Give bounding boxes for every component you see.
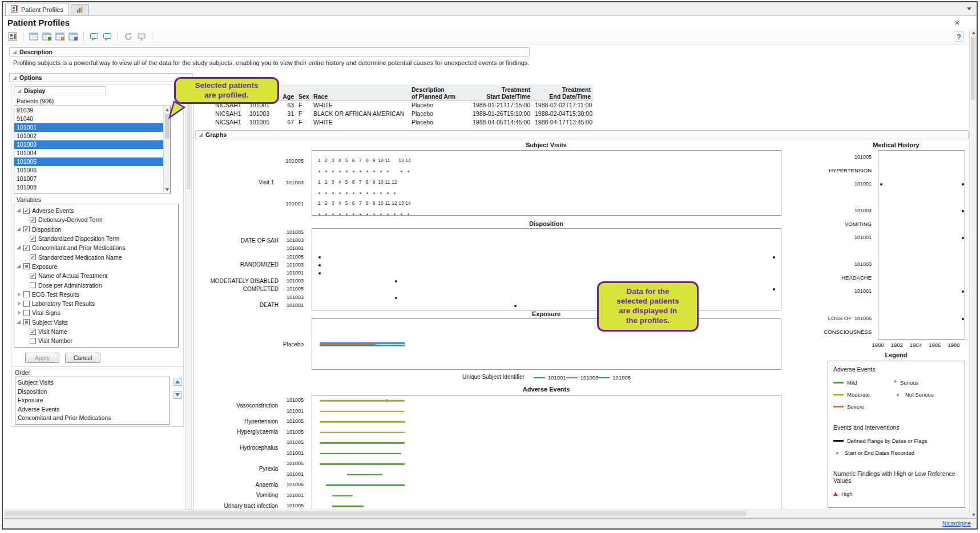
tree-expander-icon[interactable] [16, 320, 23, 325]
checkbox[interactable] [30, 338, 36, 344]
medical-history-plot[interactable] [878, 150, 965, 340]
patients-listbox[interactable]: 9103991040101001101002101003101004101005… [14, 106, 171, 193]
tree-expander-icon[interactable] [16, 310, 23, 316]
script-bubble-icon[interactable] [89, 32, 99, 42]
patient-list-item[interactable]: 101008 [14, 183, 163, 192]
variable-row[interactable]: ✓Concomitant and Prior Medications [14, 243, 178, 252]
tab-overflow-button[interactable] [965, 5, 973, 13]
data-table-icon[interactable] [68, 32, 78, 42]
checkbox[interactable] [23, 319, 30, 325]
variable-row[interactable]: ✓Disposition [14, 225, 178, 234]
order-list-item[interactable]: Concomitant and Prior Medications [15, 414, 170, 423]
scroll-up-icon[interactable] [970, 29, 977, 36]
checkbox[interactable] [23, 291, 30, 297]
profile-report-icon[interactable] [7, 32, 18, 42]
table-row[interactable]: NICSAH110100567FWHITEPlacebo1988-04-05T1… [213, 118, 593, 127]
log-bubble-icon[interactable] [102, 32, 112, 42]
scroll-down-icon[interactable] [970, 511, 977, 518]
checkbox[interactable] [23, 263, 30, 269]
presentation-icon[interactable] [136, 32, 147, 42]
column-header[interactable]: Age [279, 92, 296, 100]
tree-expander-icon[interactable] [16, 264, 23, 269]
checkbox[interactable]: ✓ [23, 245, 30, 251]
checkbox[interactable]: ✓ [30, 236, 36, 242]
table-row[interactable]: NICSAH110100331FBLACK OR AFRICAN AMERICA… [213, 110, 593, 118]
tree-expander-icon[interactable] [16, 292, 23, 297]
variable-row[interactable]: ✓Standardized Disposition Term [14, 234, 178, 243]
patient-list-item[interactable]: 91039 [14, 106, 163, 115]
horizontal-scrollbar[interactable] [3, 510, 969, 518]
description-section-header[interactable]: Description [9, 47, 530, 56]
checkbox[interactable] [23, 301, 30, 307]
vertical-scrollbar[interactable] [969, 29, 977, 518]
patient-list-item[interactable]: 101007 [14, 175, 163, 183]
order-list-item[interactable]: Adverse Events [15, 405, 170, 414]
tab-patient-profiles[interactable]: Patient Profiles [5, 3, 69, 15]
graphs-section-header[interactable]: Graphs [195, 130, 969, 139]
data-table-icon[interactable] [55, 32, 65, 42]
rerun-icon[interactable] [123, 32, 134, 42]
close-icon[interactable]: × [955, 18, 959, 27]
variable-row[interactable]: ✓Dictionary-Derived Term [14, 215, 178, 224]
variable-row[interactable]: ECG Test Results [14, 290, 178, 299]
options-section-header[interactable]: Options [9, 73, 193, 82]
help-button[interactable]: ? [954, 31, 964, 42]
order-list-item[interactable]: Disposition [15, 387, 170, 397]
scroll-down-icon[interactable] [164, 186, 170, 193]
cancel-button[interactable]: Cancel [65, 353, 100, 363]
patient-list-item[interactable]: 101003 [14, 140, 163, 149]
scrollbar-thumb[interactable] [5, 511, 747, 516]
move-down-button[interactable] [174, 391, 182, 399]
apply-button[interactable]: Apply [25, 353, 59, 363]
variable-row[interactable]: Dose per Administration [14, 280, 178, 289]
variable-row[interactable]: Vital Signs [14, 308, 178, 317]
tree-expander-icon[interactable] [16, 227, 23, 232]
column-header[interactable]: Treatment Start Date/Time [469, 86, 533, 100]
checkbox[interactable]: ✓ [30, 217, 36, 223]
disposition-plot[interactable] [312, 228, 781, 310]
patient-list-item[interactable]: 91040 [14, 115, 163, 123]
variable-row[interactable]: ✓Standardized Medication Name [14, 252, 178, 261]
checkbox[interactable]: ✓ [30, 329, 36, 335]
dataset-link[interactable]: Nicardipine [942, 520, 971, 527]
order-list-item[interactable]: Subject Visits [15, 378, 170, 387]
data-table-icon[interactable] [29, 32, 39, 42]
scrollbar-thumb[interactable] [187, 92, 191, 189]
patient-list-item[interactable]: 101004 [14, 149, 163, 158]
tree-expander-icon[interactable] [16, 245, 23, 251]
column-header[interactable]: Sex [296, 92, 311, 100]
column-header[interactable]: Treatment End Date/Time [533, 86, 593, 100]
variable-row[interactable]: Subject Visits [14, 318, 178, 327]
checkbox[interactable]: ✓ [30, 254, 36, 260]
order-list-item[interactable]: Exposure [15, 396, 170, 405]
subject-visits-plot[interactable]: 1234567891011131412345678910111212345678… [312, 150, 781, 216]
checkbox[interactable]: ✓ [30, 273, 36, 279]
order-listbox[interactable]: Subject VisitsDispositionExposureAdverse… [15, 377, 170, 425]
exposure-plot[interactable] [312, 318, 781, 370]
patient-list-item[interactable]: 101005 [14, 158, 163, 166]
scrollbar-thumb[interactable] [971, 37, 975, 100]
tree-expander-icon[interactable] [16, 301, 23, 306]
panel-splitter[interactable] [193, 84, 194, 510]
patient-list-item[interactable]: 101006 [14, 166, 163, 175]
variable-row[interactable]: ✓Adverse Events [14, 206, 178, 215]
variable-row[interactable]: Laboratory Test Results [14, 299, 178, 308]
options-panel-scrollbar[interactable] [185, 84, 192, 510]
checkbox[interactable] [30, 282, 36, 288]
move-up-button[interactable] [174, 378, 182, 386]
patient-list-item[interactable]: 101001 [14, 123, 163, 132]
checkbox[interactable] [23, 310, 30, 316]
tree-expander-icon[interactable] [16, 208, 23, 213]
checkbox[interactable]: ✓ [23, 226, 30, 232]
column-header[interactable]: Race [311, 92, 409, 100]
variable-row[interactable]: Exposure [14, 262, 178, 271]
data-table-icon[interactable] [42, 32, 52, 42]
display-section-header[interactable]: Display [14, 86, 106, 95]
checkbox[interactable]: ✓ [23, 208, 30, 214]
variables-tree[interactable]: ✓Adverse Events✓Dictionary-Derived Term✓… [14, 204, 179, 348]
column-header[interactable]: Description of Planned Arm [409, 86, 469, 100]
patient-list-item[interactable]: 101002 [14, 132, 163, 140]
variable-row[interactable]: ✓Name of Actual Treatment [14, 271, 178, 280]
variable-row[interactable]: ✓Visit Name [14, 327, 178, 336]
adverse-events-plot[interactable] [312, 395, 781, 509]
